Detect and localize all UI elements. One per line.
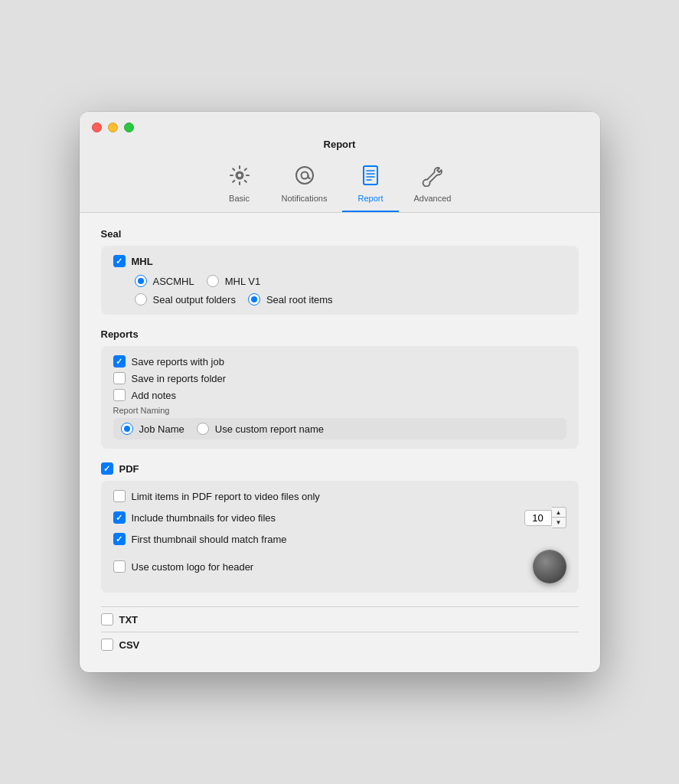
- reports-section: Reports Save reports with job Save in re…: [101, 328, 579, 449]
- thumbnails-row: Include thumbnails for video files 10 ▲ …: [113, 507, 566, 528]
- limit-pdf-checkbox[interactable]: [113, 490, 126, 502]
- mhl-checkbox[interactable]: [113, 255, 126, 267]
- tab-notifications-label: Notifications: [282, 194, 328, 203]
- window-title: Report: [324, 139, 356, 150]
- gear-icon: [228, 164, 251, 191]
- ascmhl-label: ASCMHL: [153, 276, 194, 287]
- main-window: Report Basic: [80, 112, 600, 672]
- seal-output-radio[interactable]: [135, 293, 147, 305]
- add-notes-checkbox[interactable]: [113, 389, 126, 401]
- svg-rect-4: [364, 166, 377, 185]
- reports-title: Reports: [101, 328, 579, 340]
- stepper-down-button[interactable]: ▼: [552, 518, 566, 528]
- naming-radio-group: Job Name Use custom report name: [113, 418, 566, 439]
- custom-logo-row: Use custom logo for header: [113, 550, 566, 583]
- custom-logo-label: Use custom logo for header: [132, 561, 254, 573]
- txt-checkbox[interactable]: [101, 613, 113, 626]
- tab-basic[interactable]: Basic: [213, 159, 266, 212]
- tab-report[interactable]: Report: [342, 159, 398, 212]
- custom-name-radio-row[interactable]: Use custom report name: [197, 423, 324, 435]
- maximize-button[interactable]: [124, 122, 134, 132]
- limit-pdf-row: Limit items in PDF report to video files…: [113, 490, 566, 502]
- mhl-label: MHL: [132, 256, 153, 267]
- save-with-job-row: Save reports with job: [113, 355, 566, 368]
- reports-inner-box: Save reports with job Save in reports fo…: [101, 346, 579, 449]
- thumbnail-count-value: 10: [524, 510, 552, 526]
- pdf-checkbox[interactable]: [101, 462, 113, 475]
- svg-point-2: [296, 167, 313, 184]
- report-icon: [359, 164, 382, 191]
- tab-advanced[interactable]: Advanced: [399, 159, 467, 212]
- mhlv1-label: MHL V1: [225, 276, 260, 287]
- minimize-button[interactable]: [108, 122, 118, 132]
- titlebar: Report Basic: [80, 112, 600, 213]
- add-notes-row: Add notes: [113, 389, 566, 401]
- seal-output-label: Seal output folders: [153, 294, 236, 305]
- job-name-radio[interactable]: [121, 423, 133, 435]
- save-in-folder-label: Save in reports folder: [132, 373, 227, 384]
- ascmhl-radio[interactable]: [135, 275, 147, 287]
- job-name-radio-row[interactable]: Job Name: [121, 423, 184, 435]
- tab-basic-label: Basic: [229, 194, 250, 203]
- content-area: Seal MHL ASCMHL MHL V1: [80, 213, 600, 672]
- add-notes-label: Add notes: [132, 390, 177, 401]
- close-button[interactable]: [92, 122, 102, 132]
- thumbnail-count-stepper[interactable]: 10 ▲ ▼: [524, 507, 566, 528]
- save-in-folder-row: Save in reports folder: [113, 372, 566, 384]
- tab-advanced-label: Advanced: [414, 194, 452, 203]
- custom-logo-checkbox[interactable]: [113, 560, 126, 573]
- custom-name-radio[interactable]: [197, 423, 209, 435]
- save-with-job-checkbox[interactable]: [113, 355, 126, 368]
- save-in-folder-checkbox[interactable]: [113, 372, 126, 384]
- tab-report-label: Report: [357, 194, 383, 203]
- svg-point-1: [237, 173, 242, 178]
- csv-checkbox[interactable]: [101, 639, 113, 651]
- custom-logo-knob[interactable]: [533, 550, 566, 583]
- thumbnails-label: Include thumbnails for video files: [132, 512, 276, 524]
- tab-notifications[interactable]: Notifications: [266, 159, 343, 212]
- csv-row: CSV: [101, 632, 579, 657]
- tab-bar: Basic Notifications: [213, 159, 467, 212]
- seal-inner-box: MHL ASCMHL MHL V1: [101, 246, 579, 315]
- custom-name-label: Use custom report name: [215, 423, 324, 435]
- save-with-job-label: Save reports with job: [132, 356, 224, 368]
- wrench-icon: [421, 164, 444, 191]
- limit-pdf-label: Limit items in PDF report to video files…: [132, 491, 320, 502]
- first-thumb-row: First thumbnail should match frame: [113, 533, 566, 545]
- mhl-header: MHL: [113, 255, 566, 267]
- seal-title: Seal: [101, 228, 579, 240]
- window-controls: [92, 122, 134, 132]
- svg-point-3: [301, 172, 308, 179]
- at-icon: [293, 164, 316, 191]
- mhlv1-radio[interactable]: [207, 275, 219, 287]
- first-thumb-label: First thumbnail should match frame: [132, 534, 287, 545]
- seal-section: Seal MHL ASCMHL MHL V1: [101, 228, 579, 315]
- naming-label: Report Naming: [113, 406, 566, 415]
- format-radio-group: ASCMHL MHL V1: [135, 275, 566, 287]
- mode-radio-group: Seal output folders Seal root items: [135, 293, 566, 305]
- mhlv1-radio-row[interactable]: MHL V1: [207, 275, 260, 287]
- txt-label: TXT: [119, 614, 139, 626]
- txt-row: TXT: [101, 606, 579, 632]
- seal-output-radio-row[interactable]: Seal output folders: [135, 293, 236, 305]
- seal-root-radio-row[interactable]: Seal root items: [248, 293, 333, 305]
- job-name-label: Job Name: [139, 423, 184, 435]
- stepper-buttons: ▲ ▼: [552, 507, 566, 528]
- first-thumb-checkbox[interactable]: [113, 533, 126, 545]
- pdf-inner-box: Limit items in PDF report to video files…: [101, 481, 579, 593]
- thumbnails-checkbox[interactable]: [113, 511, 126, 524]
- ascmhl-radio-row[interactable]: ASCMHL: [135, 275, 194, 287]
- pdf-section: PDF Limit items in PDF report to video f…: [101, 462, 579, 593]
- pdf-label: PDF: [119, 463, 139, 475]
- stepper-up-button[interactable]: ▲: [552, 508, 566, 518]
- seal-root-radio[interactable]: [248, 293, 260, 305]
- seal-root-label: Seal root items: [266, 294, 333, 305]
- pdf-header: PDF: [101, 462, 579, 475]
- csv-label: CSV: [119, 639, 140, 651]
